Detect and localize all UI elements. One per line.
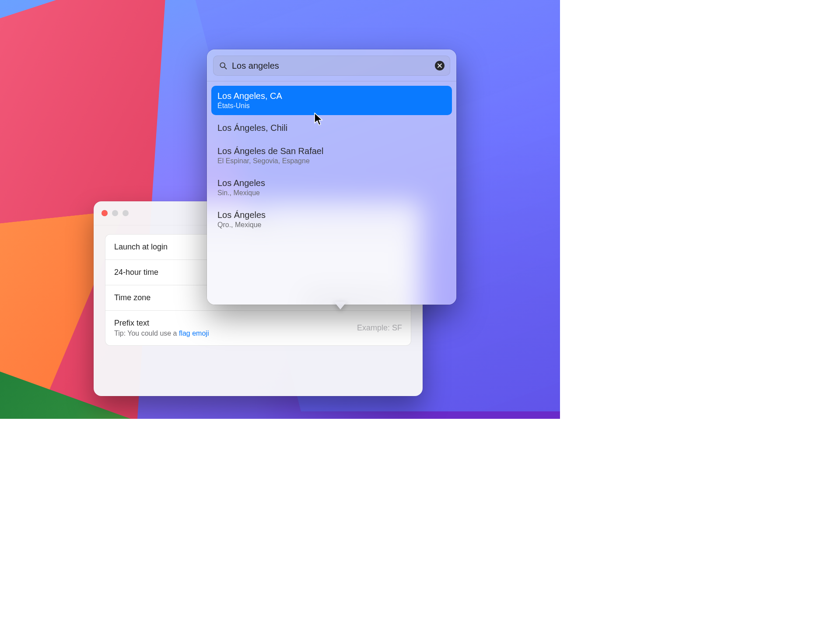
window-controls bbox=[102, 210, 129, 216]
search-results: Los Angeles, CAÉtats-UnisLos Ángeles, Ch… bbox=[207, 81, 456, 243]
svg-point-0 bbox=[220, 63, 225, 67]
row-label: Launch at login bbox=[114, 242, 168, 252]
result-secondary: Qro., Mexique bbox=[217, 221, 446, 229]
search-result[interactable]: Los Angeles, CAÉtats-Unis bbox=[211, 86, 452, 115]
prefix-text-placeholder: Example: SF bbox=[357, 323, 402, 333]
result-primary: Los Ángeles bbox=[217, 210, 446, 220]
row-tip: Tip: You could use a flag emoji bbox=[114, 330, 209, 337]
row-label: 24-hour time bbox=[114, 268, 158, 277]
search-field[interactable] bbox=[213, 56, 450, 76]
search-result[interactable]: Los ÁngelesQro., Mexique bbox=[211, 205, 452, 234]
timezone-search-popover: Los Angeles, CAÉtats-UnisLos Ángeles, Ch… bbox=[207, 49, 456, 305]
result-secondary: États-Unis bbox=[217, 102, 446, 110]
clear-search-button[interactable] bbox=[435, 61, 444, 70]
result-primary: Los Ángeles, Chili bbox=[217, 123, 446, 133]
row-label: Prefix text bbox=[114, 319, 209, 328]
search-result[interactable]: Los Ángeles, Chili bbox=[211, 118, 452, 138]
popover-tail bbox=[334, 302, 347, 309]
result-secondary: El Espinar, Segovia, Espagne bbox=[217, 157, 446, 165]
tip-text: Tip: You could use a bbox=[114, 330, 179, 337]
search-result[interactable]: Los AngelesSin., Mexique bbox=[211, 173, 452, 202]
window-zoom-button[interactable] bbox=[122, 210, 129, 216]
result-secondary: Sin., Mexique bbox=[217, 189, 446, 197]
window-close-button[interactable] bbox=[102, 210, 108, 216]
search-icon bbox=[219, 61, 228, 70]
search-result[interactable]: Los Ángeles de San RafaelEl Espinar, Seg… bbox=[211, 141, 452, 170]
window-minimize-button[interactable] bbox=[112, 210, 118, 216]
row-prefix-text[interactable]: Prefix text Tip: You could use a flag em… bbox=[105, 310, 411, 345]
row-label: Time zone bbox=[114, 293, 150, 302]
search-input[interactable] bbox=[232, 61, 430, 71]
result-primary: Los Ángeles de San Rafael bbox=[217, 146, 446, 156]
flag-emoji-link[interactable]: flag emoji bbox=[179, 330, 209, 337]
svg-line-1 bbox=[224, 67, 226, 69]
result-primary: Los Angeles, CA bbox=[217, 91, 446, 101]
result-primary: Los Angeles bbox=[217, 178, 446, 188]
search-field-container bbox=[207, 49, 456, 81]
